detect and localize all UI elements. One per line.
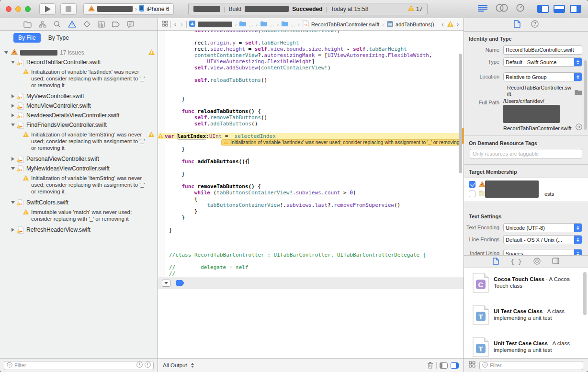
library-item[interactable]: CCocoa Touch Class - A Cocoa Touch class: [464, 268, 588, 300]
debug-area-toggle-button[interactable]: [554, 5, 565, 13]
quick-help-tab[interactable]: [531, 20, 539, 30]
code-line[interactable]: }: [165, 171, 464, 177]
code-line[interactable]: [165, 71, 464, 77]
disclosure-triangle[interactable]: [11, 228, 15, 232]
code-line[interactable]: // delegate = self: [165, 264, 464, 271]
odr-tags-field[interactable]: Only resources are taggable: [470, 149, 582, 158]
disclosure-triangle[interactable]: [11, 157, 15, 161]
code-line[interactable]: rect.size.height = self.view.bounds.size…: [165, 46, 464, 52]
file-row[interactable]: RecordTabBarController.swift: [0, 57, 158, 67]
project-navigator-icon[interactable]: [23, 21, 32, 28]
navigator-filter-input[interactable]: [14, 362, 135, 368]
file-row[interactable]: NewIdeasDetailsViewController.swift: [0, 111, 158, 120]
breadcrumb-folder-2[interactable]: ...: [270, 22, 274, 27]
breadcrumb-symbol[interactable]: addTabButtons(): [396, 22, 434, 27]
file-row[interactable]: MenuViewController.swift: [0, 101, 158, 111]
disclosure-triangle[interactable]: [11, 94, 15, 98]
indent-using-select[interactable]: Spaces: [503, 249, 582, 255]
scope-by-type-tab[interactable]: By Type: [48, 34, 69, 41]
flagged-files-icon[interactable]: [145, 361, 151, 370]
navigator-toggle-button[interactable]: [537, 5, 549, 13]
breadcrumb-folder-icon2[interactable]: [260, 21, 267, 27]
report-navigator-icon[interactable]: [127, 21, 134, 28]
code-line[interactable]: [165, 34, 464, 40]
file-row[interactable]: PersonalViewController.swift: [0, 154, 158, 164]
inline-warning-banner[interactable]: Initialization of variable 'lastIndex' w…: [221, 139, 462, 146]
encoding-select[interactable]: Unicode (UTF-8): [503, 223, 582, 232]
issue-item[interactable]: Initialization of variable 'itemString' …: [0, 130, 158, 154]
code-line[interactable]: [165, 102, 464, 108]
code-line[interactable]: self.removeTabButtons(): [165, 114, 464, 121]
issue-item[interactable]: Initialization of variable 'lastIndex' w…: [0, 67, 158, 91]
name-field[interactable]: RecordTabBarController.swift: [503, 45, 582, 55]
code-line[interactable]: tabButtonsContainerView!.subviews.last?.…: [165, 202, 464, 208]
issue-item[interactable]: Initialization of variable 'itemString' …: [0, 173, 158, 198]
library-grid-icon[interactable]: [469, 361, 475, 370]
code-line[interactable]: func addTabButtons(){: [165, 158, 464, 165]
inspector-toggle-button[interactable]: [570, 5, 581, 13]
find-navigator-icon[interactable]: [54, 21, 61, 28]
breakpoint-navigator-icon[interactable]: [112, 22, 120, 27]
code-line[interactable]: var lastIndex:UInt = _selectedIndex: [158, 133, 464, 139]
breadcrumb-project-icon[interactable]: [189, 21, 195, 28]
code-line[interactable]: {: [165, 196, 464, 202]
target-checkbox-unchecked[interactable]: [469, 191, 475, 197]
line-endings-select[interactable]: Default - OS X / Unix (...: [503, 235, 582, 244]
library-filter-field[interactable]: [479, 361, 583, 370]
disclosure-triangle[interactable]: [11, 201, 15, 204]
code-line[interactable]: [165, 177, 464, 183]
breadcrumb-folder-3[interactable]: ...: [291, 22, 295, 27]
breadcrumb-folder-1[interactable]: ...: [249, 22, 253, 27]
gutter-warning-icon[interactable]: [158, 134, 163, 140]
disclosure-triangle[interactable]: [11, 113, 15, 117]
toolbar-warning-badge[interactable]: 17: [408, 5, 422, 12]
code-line[interactable]: [165, 233, 464, 239]
code-line[interactable]: }: [165, 208, 464, 214]
breadcrumb-folder-icon[interactable]: [239, 21, 246, 27]
debug-console[interactable]: [158, 290, 464, 358]
recent-files-icon[interactable]: [136, 361, 143, 370]
breadcrumb-file[interactable]: RecordTabBarController.swift: [311, 22, 379, 27]
standard-editor-button[interactable]: [477, 4, 488, 14]
file-inspector-tab[interactable]: [514, 20, 520, 30]
code-snippet-library-tab[interactable]: { }: [510, 258, 521, 265]
version-editor-button[interactable]: [516, 4, 525, 14]
project-issues-row[interactable]: 17 issues: [0, 48, 158, 57]
type-select[interactable]: Default - Swift Source: [503, 57, 582, 67]
object-library-tab[interactable]: [533, 258, 541, 266]
library-filter-input[interactable]: [490, 362, 580, 368]
variables-view-toggle[interactable]: [440, 362, 448, 369]
location-select[interactable]: Relative to Group: [503, 72, 582, 81]
code-line[interactable]: //class RecordTabBarController : UITabBa…: [165, 252, 464, 258]
disclosure-triangle[interactable]: [11, 167, 15, 170]
code-line[interactable]: [165, 90, 464, 96]
code-line[interactable]: [165, 127, 464, 133]
code-line[interactable]: UIViewAutoresizing.FlexibleHeight]: [165, 58, 464, 65]
go-forward-button[interactable]: ›: [180, 21, 183, 28]
file-row[interactable]: SwiftColors.swift: [0, 198, 158, 207]
console-scope-selector[interactable]: All Output: [163, 362, 187, 368]
hide-debug-area-button[interactable]: [162, 280, 170, 287]
code-line[interactable]: }: [165, 96, 464, 102]
media-library-tab[interactable]: [552, 258, 559, 266]
code-line[interactable]: //: [165, 271, 464, 277]
issue-navigator-icon[interactable]: [68, 21, 76, 28]
disclosure-triangle[interactable]: [11, 104, 15, 108]
code-line[interactable]: [165, 246, 464, 252]
code-line[interactable]: func removeTabButtons() {: [165, 183, 464, 190]
code-line[interactable]: [165, 152, 464, 158]
scope-by-file-tab[interactable]: By File: [13, 33, 41, 43]
file-row[interactable]: RefreshHeaderView.swift: [0, 225, 158, 235]
assistant-editor-button[interactable]: [496, 4, 508, 14]
code-line[interactable]: rect.origin.y = self.tabBarHeight: [165, 40, 464, 46]
library-item[interactable]: TUI Test Case Class - A class implementi…: [464, 300, 588, 332]
code-line[interactable]: }: [165, 227, 464, 233]
run-button[interactable]: [39, 3, 56, 15]
code-area[interactable]: self.view.addSubview(tabButtonsContainer…: [165, 31, 464, 277]
code-line[interactable]: [165, 258, 464, 264]
code-line[interactable]: self.view.addSubview(contentContainerVie…: [165, 65, 464, 71]
code-line[interactable]: [165, 221, 464, 227]
previous-issue-button[interactable]: ‹: [441, 21, 444, 28]
debug-navigator-icon[interactable]: [98, 21, 105, 28]
navigator-filter-field[interactable]: [4, 361, 154, 370]
